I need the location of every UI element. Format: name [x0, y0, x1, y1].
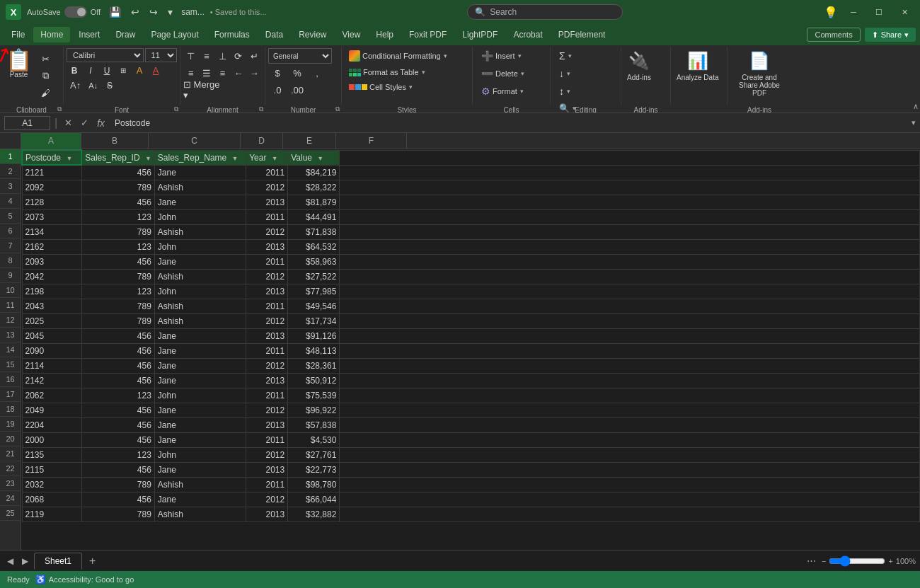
cell-a13[interactable]: 2045: [22, 328, 81, 343]
cell-e7[interactable]: $64,532: [288, 239, 340, 254]
cell-b22[interactable]: 456: [81, 462, 154, 477]
cell-d18[interactable]: 2012: [246, 403, 288, 417]
cell-f22[interactable]: [340, 462, 920, 477]
cell-b4[interactable]: 456: [81, 195, 154, 209]
row-num-3[interactable]: 3: [0, 179, 21, 194]
addins-button[interactable]: Add-ins: [627, 74, 651, 81]
cell-a17[interactable]: 2062: [22, 388, 81, 403]
cell-f3[interactable]: [340, 180, 920, 195]
menu-view[interactable]: View: [335, 27, 368, 42]
cell-b6[interactable]: 789: [81, 224, 154, 239]
cell-e1[interactable]: Value ▼: [288, 150, 340, 165]
cell-d15[interactable]: 2012: [246, 358, 288, 373]
cell-a18[interactable]: 2049: [22, 403, 81, 417]
row-num-16[interactable]: 16: [0, 372, 21, 387]
decrease-decimal-button[interactable]: .00: [288, 82, 306, 98]
sheet-tab-sheet1[interactable]: Sheet1: [34, 553, 82, 570]
menu-help[interactable]: Help: [369, 27, 401, 42]
percent-button[interactable]: %: [288, 65, 306, 81]
cell-b5[interactable]: 123: [81, 209, 154, 224]
cell-b16[interactable]: 456: [81, 373, 154, 388]
cell-c7[interactable]: John: [154, 239, 246, 254]
cell-d17[interactable]: 2011: [246, 388, 288, 403]
cell-c16[interactable]: Jane: [154, 373, 246, 388]
cell-b24[interactable]: 456: [81, 492, 154, 507]
cell-f4[interactable]: [340, 195, 920, 209]
cell-d20[interactable]: 2011: [246, 432, 288, 447]
cell-a9[interactable]: 2042: [22, 269, 81, 284]
cell-f20[interactable]: [340, 432, 920, 447]
row-num-5[interactable]: 5: [0, 209, 21, 224]
cell-a2[interactable]: 2121: [22, 165, 81, 180]
sort-filter-button[interactable]: ↕ ▾: [553, 83, 618, 99]
cell-e16[interactable]: $50,912: [288, 373, 340, 388]
row-num-12[interactable]: 12: [0, 313, 21, 328]
align-left-button[interactable]: ≡: [183, 65, 198, 81]
cell-c5[interactable]: John: [154, 209, 246, 224]
cell-a11[interactable]: 2043: [22, 299, 81, 313]
row-num-1[interactable]: 1: [0, 149, 21, 164]
menu-review[interactable]: Review: [292, 27, 333, 42]
share-button[interactable]: ⬆ Share ▾: [865, 28, 916, 42]
cell-c6[interactable]: Ashish: [154, 224, 246, 239]
cell-b11[interactable]: 789: [81, 299, 154, 313]
comments-button[interactable]: Comments: [807, 28, 860, 42]
cell-a1[interactable]: Postcode ▼: [22, 150, 81, 165]
cell-d13[interactable]: 2013: [246, 328, 288, 343]
cell-c19[interactable]: Jane: [154, 417, 246, 432]
row-num-9[interactable]: 9: [0, 268, 21, 283]
cell-a10[interactable]: 2198: [22, 284, 81, 299]
cell-b20[interactable]: 456: [81, 432, 154, 447]
cell-f9[interactable]: [340, 269, 920, 284]
orientation-button[interactable]: ⟳: [231, 48, 246, 64]
cell-f23[interactable]: [340, 477, 920, 492]
cell-c21[interactable]: John: [154, 447, 246, 462]
row-num-23[interactable]: 23: [0, 476, 21, 491]
cell-f11[interactable]: [340, 299, 920, 313]
row-num-19[interactable]: 19: [0, 417, 21, 432]
insert-cells-button[interactable]: ➕ Insert ▾: [476, 48, 547, 64]
row-num-7[interactable]: 7: [0, 238, 21, 253]
paste-button[interactable]: 📋 ↙ Paste: [3, 48, 35, 80]
cell-reference-box[interactable]: [4, 116, 50, 130]
cell-d11[interactable]: 2011: [246, 299, 288, 313]
cell-e3[interactable]: $28,322: [288, 180, 340, 195]
row-num-25[interactable]: 25: [0, 506, 21, 521]
formula-cancel-button[interactable]: ✕: [62, 116, 75, 129]
cell-e12[interactable]: $17,734: [288, 313, 340, 328]
cell-e25[interactable]: $32,882: [288, 507, 340, 521]
cell-f8[interactable]: [340, 254, 920, 269]
cell-a8[interactable]: 2093: [22, 254, 81, 269]
bulb-icon[interactable]: 💡: [824, 6, 838, 19]
cell-a15[interactable]: 2114: [22, 358, 81, 373]
cell-c2[interactable]: Jane: [154, 165, 246, 180]
cell-b25[interactable]: 789: [81, 507, 154, 521]
formula-expand-button[interactable]: ▾: [912, 118, 916, 127]
cell-c14[interactable]: Jane: [154, 343, 246, 358]
format-as-table-button[interactable]: Format as Table ▾: [345, 66, 469, 79]
indent-inc-button[interactable]: →: [247, 65, 262, 81]
undo-icon[interactable]: ↩: [128, 5, 142, 19]
cell-b10[interactable]: 123: [81, 284, 154, 299]
cell-d3[interactable]: 2012: [246, 180, 288, 195]
cell-e17[interactable]: $75,539: [288, 388, 340, 403]
cell-d1[interactable]: Year ▼: [246, 150, 288, 165]
cell-a3[interactable]: 2092: [22, 180, 81, 195]
cell-c4[interactable]: Jane: [154, 195, 246, 209]
cell-e5[interactable]: $44,491: [288, 209, 340, 224]
row-num-8[interactable]: 8: [0, 253, 21, 268]
format-painter-button[interactable]: 🖌: [36, 85, 54, 100]
cell-e2[interactable]: $84,219: [288, 165, 340, 180]
close-button[interactable]: ✕: [895, 4, 914, 20]
cell-d10[interactable]: 2013: [246, 284, 288, 299]
format-cells-button[interactable]: ⚙ Format ▾: [476, 83, 547, 99]
cell-c18[interactable]: Jane: [154, 403, 246, 417]
row-num-15[interactable]: 15: [0, 357, 21, 372]
conditional-formatting-button[interactable]: Conditional Formatting ▾: [345, 48, 469, 64]
menu-formulas[interactable]: Formulas: [207, 27, 257, 42]
cell-d25[interactable]: 2013: [246, 507, 288, 521]
cell-c20[interactable]: Jane: [154, 432, 246, 447]
menu-home[interactable]: Home: [33, 27, 70, 42]
cell-a22[interactable]: 2115: [22, 462, 81, 477]
cell-d2[interactable]: 2011: [246, 165, 288, 180]
